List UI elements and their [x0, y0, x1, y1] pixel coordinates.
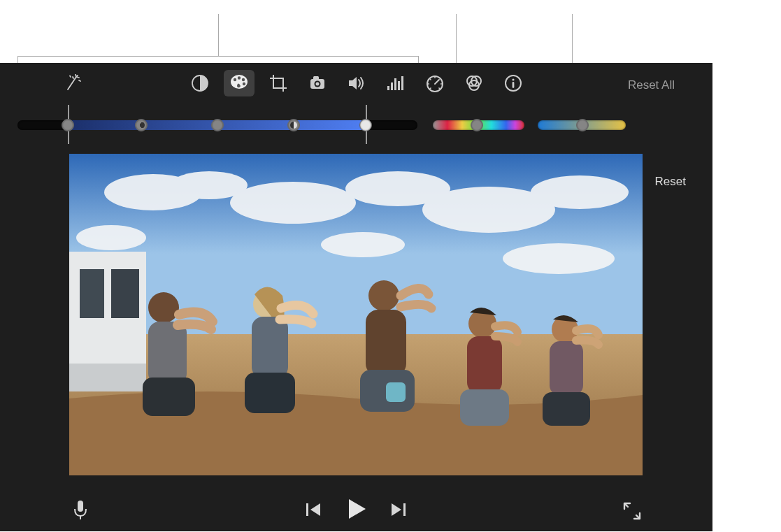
- multi-color-slider[interactable]: [17, 120, 417, 130]
- stabilization-button[interactable]: [302, 70, 333, 96]
- svg-rect-10: [387, 86, 389, 90]
- reset-button[interactable]: Reset: [655, 175, 686, 189]
- svg-line-19: [430, 79, 431, 80]
- filters-icon: [464, 74, 484, 92]
- svg-line-21: [430, 88, 431, 89]
- info-icon: [504, 74, 522, 92]
- playback-bar: [0, 494, 712, 524]
- svg-rect-58: [543, 392, 590, 426]
- svg-point-37: [503, 243, 615, 274]
- svg-point-36: [321, 232, 405, 257]
- next-frame-icon: [389, 501, 407, 518]
- svg-rect-44: [148, 322, 187, 384]
- callout-bracket-stem: [218, 14, 219, 56]
- svg-rect-50: [366, 310, 406, 376]
- svg-rect-57: [550, 341, 583, 396]
- svg-rect-41: [80, 269, 104, 318]
- callout-bracket-left: [17, 56, 18, 63]
- color-correction-icon: [229, 73, 249, 93]
- svg-point-5: [243, 82, 245, 85]
- svg-point-34: [531, 175, 629, 209]
- voiceover-icon: [72, 499, 89, 520]
- svg-point-2: [234, 78, 236, 81]
- noise-reduction-button[interactable]: [380, 70, 411, 96]
- svg-rect-55: [460, 389, 509, 426]
- svg-rect-42: [111, 269, 139, 318]
- svg-rect-45: [143, 378, 195, 416]
- svg-rect-47: [252, 317, 288, 378]
- callout-bracket-top: [17, 56, 419, 57]
- svg-point-35: [76, 225, 146, 250]
- previous-button[interactable]: [302, 498, 326, 522]
- color-sliders-row: Reset: [0, 117, 712, 137]
- info-button[interactable]: [498, 70, 529, 96]
- crop-icon: [269, 74, 287, 92]
- temperature-thumb[interactable]: [576, 119, 589, 131]
- color-balance-button[interactable]: [185, 70, 215, 96]
- svg-rect-61: [306, 503, 308, 516]
- volume-button[interactable]: [341, 70, 372, 96]
- volume-icon: [347, 74, 366, 92]
- callout-bracket-right: [418, 56, 419, 63]
- color-balance-icon: [191, 74, 209, 92]
- video-preview: [69, 154, 643, 475]
- video-adjustments-panel: Reset All: [0, 63, 712, 531]
- previous-frame-icon: [305, 501, 323, 518]
- quarter-handle[interactable]: [135, 119, 148, 131]
- svg-rect-14: [401, 76, 403, 90]
- magic-wand-button[interactable]: [57, 70, 88, 96]
- fullscreen-button[interactable]: [620, 499, 644, 523]
- speed-button[interactable]: [420, 70, 450, 96]
- color-correction-button[interactable]: [224, 70, 255, 96]
- saturation-slider[interactable]: [433, 120, 524, 130]
- filters-button[interactable]: [459, 70, 489, 96]
- svg-rect-59: [78, 501, 83, 512]
- fullscreen-icon: [622, 501, 642, 521]
- svg-rect-27: [513, 82, 515, 88]
- svg-line-20: [439, 88, 440, 89]
- svg-rect-13: [398, 81, 400, 90]
- svg-rect-12: [394, 78, 396, 90]
- next-button[interactable]: [386, 498, 410, 522]
- midtone-handle[interactable]: [211, 119, 224, 131]
- svg-point-43: [148, 292, 179, 323]
- svg-rect-54: [467, 336, 502, 394]
- svg-point-4: [242, 78, 245, 81]
- preview-illustration: [69, 154, 643, 475]
- svg-point-49: [368, 280, 399, 311]
- crop-button[interactable]: [263, 70, 294, 96]
- stabilization-icon: [308, 74, 327, 92]
- shadow-handle[interactable]: [62, 119, 74, 131]
- play-icon: [346, 498, 367, 520]
- svg-rect-11: [391, 82, 393, 90]
- noise-reduction-icon: [386, 74, 406, 92]
- svg-point-31: [230, 182, 356, 224]
- temperature-slider[interactable]: [538, 120, 626, 130]
- svg-rect-52: [386, 382, 406, 402]
- svg-point-26: [512, 78, 514, 80]
- svg-rect-40: [69, 364, 146, 391]
- svg-point-9: [316, 82, 320, 86]
- magic-wand-icon: [64, 74, 82, 92]
- highlight-handle[interactable]: [359, 119, 372, 131]
- adjustments-toolbar: Reset All: [0, 67, 712, 98]
- svg-rect-48: [245, 373, 295, 413]
- svg-rect-62: [403, 503, 406, 516]
- speed-icon: [425, 74, 445, 92]
- saturation-thumb[interactable]: [471, 119, 483, 131]
- svg-point-3: [238, 76, 241, 79]
- threequarter-handle[interactable]: [287, 119, 300, 131]
- play-button[interactable]: [343, 495, 371, 523]
- voiceover-button[interactable]: [69, 498, 92, 522]
- svg-rect-7: [313, 76, 319, 80]
- reset-all-button[interactable]: Reset All: [628, 78, 675, 92]
